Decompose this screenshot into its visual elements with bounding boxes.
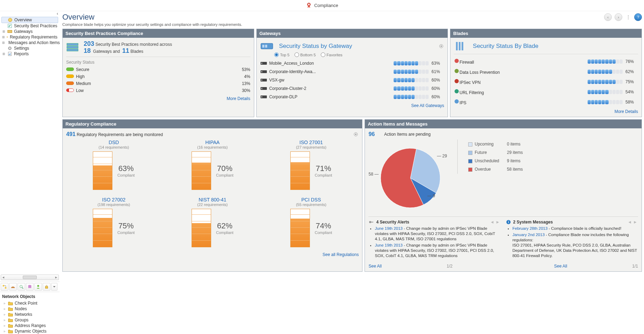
alerts-next[interactable]: ► — [495, 220, 500, 225]
help-button[interactable]: ? — [634, 13, 642, 21]
alerts-see-all[interactable]: See All — [368, 264, 381, 269]
regulation-cell: NIST 800-41(22 requirements)62%Compliant — [165, 197, 260, 247]
alert-date-link[interactable]: June 19th 2013 — [375, 243, 402, 247]
blade-type-icon — [454, 99, 459, 104]
regulation-link[interactable]: ISO 27002 — [66, 197, 161, 202]
alert-item: June 19th 2013 - Change made by admin on… — [375, 243, 500, 258]
messages-see-all[interactable]: See All — [554, 264, 567, 269]
regulation-link[interactable]: DSD — [66, 140, 161, 145]
regulation-link[interactable]: HIPAA — [165, 140, 260, 145]
tool-hat-icon[interactable] — [9, 283, 17, 291]
network-object-item[interactable]: ▹Check Point — [1, 300, 58, 306]
filter-favorites[interactable]: Favorites — [321, 52, 342, 57]
blade-row[interactable]: Firewall76% — [454, 56, 638, 66]
security-status-label: Security Status — [66, 60, 250, 65]
filter-top5[interactable]: Top 5 — [274, 52, 290, 57]
nav-item-settings[interactable]: Settings — [1, 45, 58, 51]
messages-next[interactable]: ► — [632, 220, 638, 225]
folder-icon — [8, 329, 13, 334]
network-object-item[interactable]: ▹Address Ranges — [1, 323, 58, 328]
more-menu-button[interactable]: ⋮ — [625, 14, 631, 20]
regulation-link[interactable]: NIST 800-41 — [165, 197, 260, 202]
alerts-prev[interactable]: ◄ — [489, 220, 495, 225]
message-date-link[interactable]: January 2nd 2013 — [512, 233, 545, 237]
tool-dropdown[interactable] — [51, 283, 57, 291]
network-object-item[interactable]: ▹Networks — [1, 312, 58, 317]
gateways-panel: Gateways Security Status by Gateway Top … — [256, 29, 448, 117]
nav-item-reports[interactable]: ⊞Reports — [1, 51, 58, 57]
gateway-row[interactable]: VSX-gw60% — [260, 76, 444, 84]
svg-rect-25 — [265, 45, 267, 48]
regulation-link[interactable]: ISO 27001 — [264, 140, 359, 145]
thermometer-chart — [192, 209, 211, 247]
svg-rect-11 — [10, 53, 11, 55]
regulation-link[interactable]: PCI DSS — [264, 197, 359, 202]
gateway-row[interactable]: Corporate-Identity-Awa...61% — [260, 67, 444, 76]
blade-row[interactable]: IPS58% — [454, 97, 638, 107]
svg-point-41 — [455, 59, 459, 63]
see-all-regulations-link[interactable]: See all Regulations — [323, 252, 359, 257]
blade-row[interactable]: IPSec VPN75% — [454, 77, 638, 87]
network-object-item[interactable]: ▹Nodes — [1, 306, 58, 312]
blade-stack-icon — [66, 42, 80, 53]
blades-more-link[interactable]: More Details — [615, 109, 638, 114]
nav-back-button[interactable]: ‹ — [604, 13, 612, 21]
blades-subtitle: Security Status By Blade — [471, 43, 538, 50]
tool-network-icon[interactable] — [1, 283, 8, 291]
nav-forward-button[interactable]: › — [615, 13, 622, 21]
regulatory-count: 491 — [66, 131, 76, 137]
gateways-settings-icon[interactable] — [438, 43, 444, 49]
gateway-row[interactable]: Mobile_Access_London63% — [260, 59, 444, 67]
horizontal-scrollbar[interactable]: ◄► — [1, 275, 59, 280]
blade-row[interactable]: URL Filtering54% — [454, 87, 638, 97]
sbp-gateways: 18 — [84, 47, 91, 54]
messages-prev[interactable]: ◄ — [627, 220, 632, 225]
svg-point-18 — [37, 285, 39, 287]
see-all-gateways-link[interactable]: See All Gateways — [411, 103, 444, 108]
blade-type-icon — [454, 58, 459, 64]
blade-row[interactable]: Data Loss Prevention62% — [454, 66, 638, 77]
nav-item-sbp[interactable]: Security Best Practices — [1, 23, 58, 29]
collapse-sidebar-button[interactable]: ‹ — [0, 11, 60, 16]
network-object-item[interactable]: ▹Dynamic Objects — [1, 328, 58, 334]
nav-tree: Overview Security Best Practices ⊞Gatewa… — [0, 16, 60, 57]
svg-rect-35 — [261, 88, 262, 89]
nav-item-regulatory[interactable]: ⊞Regulatory Requirements — [1, 34, 58, 40]
svg-rect-40 — [462, 42, 463, 50]
progress-bar — [394, 70, 429, 74]
tool-db-icon[interactable] — [26, 283, 34, 291]
nav-item-overview[interactable]: Overview — [1, 17, 58, 23]
legend-swatch — [468, 168, 472, 172]
svg-rect-20 — [67, 43, 78, 45]
network-object-item[interactable]: ▹Groups — [1, 317, 58, 323]
nav-item-messages[interactable]: ⊞Messages and Action Items — [1, 40, 58, 45]
folder-icon — [8, 318, 13, 322]
regulatory-settings-icon[interactable] — [353, 132, 359, 137]
status-row: Secure53% — [66, 66, 250, 73]
left-sidebar: ‹ Overview Security Best Practices ⊞Gate… — [0, 11, 60, 334]
sbp-panel: Security Best Practices Compliance 203 S… — [62, 29, 254, 117]
filter-bottom5[interactable]: Bottom 5 — [295, 52, 316, 57]
blade-type-icon — [454, 78, 459, 84]
device-icon — [260, 78, 267, 83]
nav-item-gateways[interactable]: ⊞Gateways — [1, 29, 58, 34]
tool-search-icon[interactable] — [18, 283, 25, 291]
progress-bar — [588, 70, 623, 74]
svg-point-8 — [9, 48, 11, 49]
message-date-link[interactable]: February 28th 2013 — [512, 226, 547, 230]
svg-rect-10 — [9, 54, 9, 55]
tool-user-icon[interactable] — [34, 283, 42, 291]
regulatory-panel: Regulatory Compliance 491 Regulatory Req… — [62, 119, 362, 272]
progress-bar — [588, 80, 623, 84]
sbp-panel-title: Security Best Practices Compliance — [63, 29, 254, 38]
app-header: Compliance — [0, 0, 644, 11]
svg-point-27 — [441, 45, 442, 47]
folder-icon — [8, 323, 13, 328]
progress-bar — [394, 78, 429, 82]
sbp-more-link[interactable]: More Details — [227, 96, 250, 101]
gateway-row[interactable]: Corporate-DLP60% — [260, 93, 444, 101]
gateway-row[interactable]: Corporate-Cluster-260% — [260, 84, 444, 93]
progress-bar — [588, 90, 623, 94]
alert-date-link[interactable]: June 19th 2013 — [375, 226, 402, 230]
tool-lock-icon[interactable] — [43, 283, 50, 291]
